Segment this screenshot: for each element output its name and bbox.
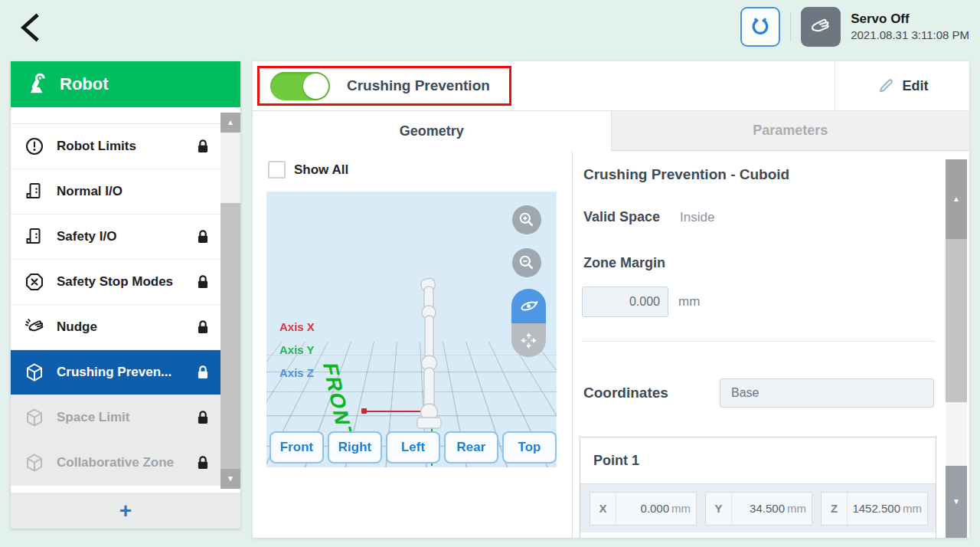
valid-space-value: Inside [680, 210, 714, 225]
sidebar-item-partial [11, 107, 220, 124]
rotate-view-button[interactable] [511, 289, 546, 323]
scroll-down-button[interactable]: ▼ [946, 466, 967, 538]
lock-icon [194, 364, 211, 381]
point1-panel: Point 1 X 0.000 mm Y 34.500 mm [580, 437, 936, 538]
lock-icon [194, 138, 211, 155]
hand-nudge-icon [24, 316, 45, 338]
servo-mode-button[interactable] [801, 7, 841, 47]
tab-label: Geometry [400, 123, 464, 139]
cube-icon [24, 362, 45, 383]
scroll-down-button[interactable]: ▼ [220, 469, 240, 489]
gripper-power-icon [749, 15, 772, 38]
sidebar-item-safety-io[interactable]: Safety I/O [11, 215, 220, 260]
point1-y-unit: mm [787, 502, 806, 515]
edit-button[interactable]: Edit [835, 61, 969, 110]
plus-icon: + [119, 499, 132, 523]
sidebar-item-normal-io[interactable]: Normal I/O [11, 169, 220, 215]
sidebar-item-safety-stop-modes[interactable]: Safety Stop Modes [11, 260, 220, 305]
sidebar-item-robot-limits[interactable]: Robot Limits [11, 124, 220, 169]
view-front-button[interactable]: Front [270, 431, 324, 463]
view-top-button[interactable]: Top [502, 431, 557, 463]
view-left-button[interactable]: Left [386, 431, 440, 463]
top-bar: Servo Off 2021.08.31 3:11:08 PM [0, 0, 980, 60]
scroll-up-button[interactable]: ▲ [946, 159, 967, 239]
coordinates-select[interactable]: Base [720, 378, 934, 408]
valid-space-label: Valid Space [583, 209, 660, 225]
sidebar-item-label: Nudge [57, 319, 191, 335]
hand-servo-icon [808, 15, 833, 39]
topbar-status-cluster: Servo Off 2021.08.31 3:11:08 PM [740, 7, 969, 47]
show-all-checkbox[interactable] [268, 161, 286, 179]
robot-model [398, 277, 467, 434]
details-scrollbar[interactable]: ▲ ▼ [946, 159, 967, 538]
3d-viewport[interactable]: FRONT [266, 192, 557, 467]
zoom-out-button[interactable] [512, 248, 541, 277]
panel-header: Crushing Prevention Edit [253, 61, 969, 111]
sidebar-scrollbar[interactable]: ▲ ▼ [220, 113, 240, 489]
add-menu-button[interactable]: + [11, 493, 240, 529]
point1-z-unit: mm [903, 502, 922, 515]
stop-x-icon [24, 271, 45, 293]
scroll-up-button[interactable]: ▲ [220, 113, 240, 133]
tab-content: Show All FRONT [253, 151, 969, 538]
sidebar: Robot Robot Limits Normal I/O Safety I/O [11, 61, 240, 529]
magnifier-plus-icon [517, 210, 537, 230]
scrollbar-thumb[interactable] [220, 203, 240, 469]
view-buttons-row: Front Right Left Rear Top [270, 431, 557, 463]
point1-fields-row: X 0.000 mm Y 34.500 mm Z [580, 484, 936, 532]
zone-margin-unit: mm [678, 294, 700, 310]
crushing-prevention-toggle[interactable] [270, 72, 330, 100]
io-module-icon [24, 226, 45, 247]
zoom-in-button[interactable] [512, 205, 541, 234]
cube-icon [24, 452, 45, 473]
status-timestamp: 2021.08.31 3:11:08 PM [851, 28, 969, 43]
triangle-down-icon: ▼ [227, 475, 234, 483]
magnifier-minus-icon [517, 253, 537, 273]
point1-z-value: 1452.500 [852, 502, 900, 515]
sidebar-item-nudge[interactable]: Nudge [11, 305, 220, 350]
view-control-pill [511, 289, 546, 357]
orbit-rotate-icon [518, 296, 539, 316]
back-icon [18, 11, 42, 44]
toggle-label: Crushing Prevention [347, 77, 490, 94]
axis-x-label: Axis X [279, 320, 315, 333]
point1-x-field[interactable]: X 0.000 mm [590, 492, 697, 526]
axis-z-label: Axis Z [279, 366, 314, 379]
coordinates-label: Coordinates [583, 385, 668, 401]
scrollbar-thumb[interactable] [946, 239, 967, 402]
tab-bar: Geometry Parameters [253, 111, 969, 151]
sidebar-item-label: Space Limit [57, 410, 191, 425]
zone-margin-value: 0.000 [629, 295, 660, 309]
back-button[interactable] [12, 6, 47, 49]
point1-y-value: 34.500 [750, 502, 785, 515]
point1-z-field[interactable]: Z 1452.500 mm [821, 492, 928, 526]
point1-y-field[interactable]: Y 34.500 mm [705, 492, 812, 526]
io-module-icon [24, 181, 45, 202]
sidebar-item-label: Safety I/O [57, 229, 191, 244]
x-axis-field-label: X [590, 493, 616, 525]
pan-view-button[interactable] [511, 323, 546, 357]
robot-power-button[interactable] [740, 7, 780, 47]
sidebar-item-collaborative-zone[interactable]: Collaborative Zone [11, 441, 220, 486]
scrollbar-track[interactable] [220, 133, 240, 203]
servo-status-block: Servo Off 2021.08.31 3:11:08 PM [851, 11, 969, 43]
lock-icon [194, 319, 211, 336]
pan-arrows-icon [519, 331, 538, 350]
lock-icon [194, 274, 211, 290]
pencil-icon [877, 77, 895, 95]
highlight-box: Crushing Prevention [257, 66, 511, 106]
details-column: Crushing Prevention - Cuboid Valid Space… [573, 151, 969, 538]
sidebar-item-crushing-prevention[interactable]: Crushing Preven... [11, 350, 220, 395]
tab-parameters[interactable]: Parameters [611, 111, 970, 151]
sidebar-item-space-limit[interactable]: Space Limit [11, 395, 220, 441]
edit-button-label: Edit [903, 78, 929, 94]
triangle-up-icon: ▲ [952, 195, 960, 203]
alert-circle-icon [24, 136, 45, 157]
view-right-button[interactable]: Right [328, 431, 382, 463]
view-rear-button[interactable]: Rear [444, 431, 498, 463]
scrollbar-track[interactable] [946, 402, 967, 466]
tab-geometry[interactable]: Geometry [253, 111, 611, 151]
zone-margin-input[interactable]: 0.000 [582, 287, 668, 317]
show-all-label: Show All [294, 162, 348, 178]
show-all-control: Show All [268, 161, 348, 179]
